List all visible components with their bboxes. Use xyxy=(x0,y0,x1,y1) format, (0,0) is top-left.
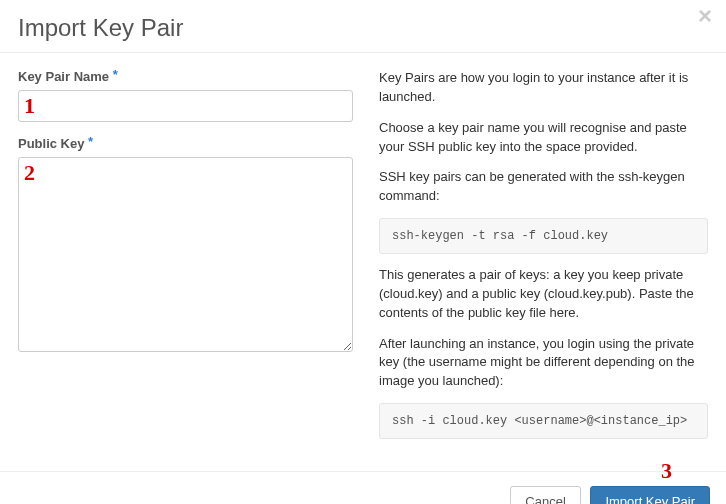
key-pair-name-input[interactable] xyxy=(18,90,353,122)
dialog-title: Import Key Pair xyxy=(18,14,708,42)
required-star-icon: * xyxy=(113,67,118,82)
public-key-group: Public Key * 2 xyxy=(18,136,353,355)
help-text: SSH key pairs can be generated with the … xyxy=(379,168,708,206)
sshkeygen-command: ssh-keygen -t rsa -f cloud.key xyxy=(379,218,708,254)
dialog-footer: 3 Cancel Import Key Pair xyxy=(0,471,726,504)
cancel-button[interactable]: Cancel xyxy=(510,486,580,504)
annotation-3: 3 xyxy=(661,458,672,484)
public-key-label-text: Public Key xyxy=(18,136,84,151)
key-pair-name-group: Key Pair Name * 1 xyxy=(18,69,353,122)
dialog-body: Key Pair Name * 1 Public Key * 2 xyxy=(0,53,726,471)
public-key-label: Public Key * xyxy=(18,136,353,151)
import-key-pair-button[interactable]: Import Key Pair xyxy=(590,486,710,504)
ssh-login-command: ssh -i cloud.key <username>@<instance_ip… xyxy=(379,403,708,439)
help-text: Choose a key pair name you will recognis… xyxy=(379,119,708,157)
key-pair-name-label: Key Pair Name * xyxy=(18,69,353,84)
help-text: Key Pairs are how you login to your inst… xyxy=(379,69,708,107)
help-column: Key Pairs are how you login to your inst… xyxy=(379,69,708,451)
dialog-header: Import Key Pair × xyxy=(0,0,726,53)
key-pair-name-label-text: Key Pair Name xyxy=(18,69,109,84)
form-column: Key Pair Name * 1 Public Key * 2 xyxy=(18,69,353,451)
help-text: This generates a pair of keys: a key you… xyxy=(379,266,708,323)
required-star-icon: * xyxy=(88,134,93,149)
help-text: After launching an instance, you login u… xyxy=(379,335,708,392)
public-key-textarea[interactable] xyxy=(18,157,353,352)
import-key-pair-dialog: Import Key Pair × Key Pair Name * 1 Publ… xyxy=(0,0,726,504)
close-icon[interactable]: × xyxy=(698,4,712,28)
